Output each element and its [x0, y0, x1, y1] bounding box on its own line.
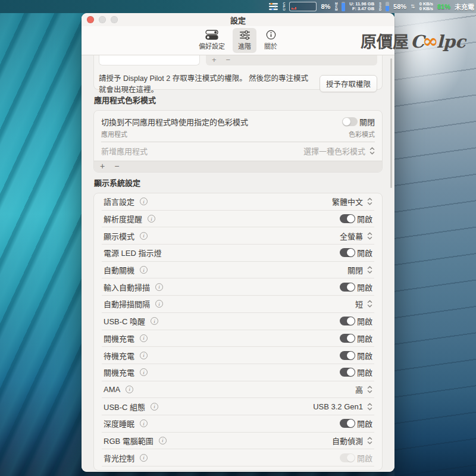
app-color-toggle-label: 切換到不同應用程式時使用指定的色彩模式 [101, 116, 248, 127]
display-pilot-menu-icon[interactable] [269, 3, 278, 10]
setting-label: AMA [104, 385, 120, 394]
toggle-switch[interactable] [340, 214, 355, 223]
setting-dropdown[interactable]: 自動偵測 [332, 435, 372, 446]
settings-row: 自動關機i關閉 [102, 262, 374, 279]
info-icon[interactable]: i [140, 232, 148, 240]
setting-label: 解析度提醒 [104, 213, 142, 224]
memory-usage-text: U: 11.96 GBF: 3.47 GB [349, 2, 374, 11]
toggle-switch[interactable] [340, 351, 355, 360]
focus-table-footer: + − [206, 55, 377, 65]
tab-about[interactable]: 關於 [259, 28, 283, 53]
setting-dropdown[interactable]: 高 [355, 384, 372, 395]
column-header-app: 應用程式 [101, 131, 127, 139]
toggle-switch[interactable] [340, 283, 355, 292]
add-app-button[interactable]: + [100, 162, 105, 171]
toggle-switch[interactable] [340, 334, 355, 343]
info-icon[interactable]: i [155, 300, 163, 308]
chevron-up-down-icon [367, 266, 372, 274]
info-icon[interactable]: i [155, 283, 163, 291]
info-icon[interactable]: i [140, 454, 148, 462]
tab-preferences[interactable]: 偏好設定 [193, 28, 230, 53]
grant-access-button[interactable]: 授予存取權限 [320, 75, 377, 92]
window-titlebar[interactable]: 設定 [82, 13, 394, 26]
disk-widget-label: SSD [378, 2, 381, 11]
toggle-switch[interactable] [340, 248, 355, 257]
settings-window: 設定 偏好設定進階關於 + − 請授予 Display Pilot 2 存取專注… [82, 13, 394, 472]
setting-label: 電源 LED 指示燈 [104, 247, 162, 258]
remove-focus-button[interactable]: − [226, 55, 231, 65]
setting-dropdown[interactable]: 關閉 [347, 264, 372, 275]
settings-row: RGB 電腦範圍i自動偵測 [102, 433, 374, 450]
toggle-switch[interactable] [340, 453, 355, 462]
setting-label: 自動掃描間隔 [104, 298, 150, 309]
settings-content: + − 請授予 Display Pilot 2 存取專注模式的權限。 然後您的專… [82, 55, 394, 472]
info-icon[interactable]: i [126, 386, 133, 393]
setting-label: 深度睡眠 [104, 418, 134, 429]
add-app-placeholder[interactable]: 新增應用程式 [101, 145, 148, 156]
app-color-mode-card: 切換到不同應用程式時使用指定的色彩模式 關閉 應用程式 色彩模式 新增應用程式 … [93, 110, 383, 173]
menu-bar: CPU 8% MEM U: 11.96 GBF: 3.47 GB SSD 58%… [0, 0, 476, 13]
info-icon[interactable]: i [140, 198, 148, 205]
toggles-icon [205, 30, 218, 40]
setting-label: 自動關機 [104, 264, 134, 275]
minimize-button [99, 16, 106, 23]
info-icon[interactable]: i [151, 317, 158, 325]
focus-add-input[interactable] [99, 55, 200, 65]
battery-percent: 81% [437, 3, 450, 10]
info-icon[interactable]: i [140, 266, 148, 274]
info-icon[interactable]: i [159, 437, 167, 444]
settings-row: 待機充電i開啟 [102, 347, 374, 364]
watermark-chinese: 原價屋 [361, 29, 409, 52]
close-button[interactable] [87, 16, 94, 23]
watermark-lpc: lpc [437, 32, 466, 52]
setting-dropdown[interactable]: 全螢幕 [340, 230, 372, 242]
focus-permission-card: + − 請授予 Display Pilot 2 存取專注模式的權限。 然後您的專… [93, 55, 383, 90]
toggle-switch[interactable] [340, 317, 355, 325]
cpu-history-graph [289, 2, 317, 11]
setting-dropdown[interactable]: 繁體中文 [332, 196, 372, 207]
toggle-state: 開啟 [357, 281, 372, 293]
info-icon[interactable]: i [140, 352, 148, 359]
settings-row: 開機充電i開啟 [102, 330, 374, 347]
setting-dropdown[interactable]: 短 [355, 298, 372, 309]
info-icon[interactable]: i [148, 215, 155, 223]
chevron-up-down-icon [367, 232, 372, 240]
setting-dropdown[interactable]: USB 3.2 Gen1 [313, 402, 372, 411]
add-focus-button[interactable]: + [212, 55, 217, 65]
toggle-switch[interactable] [340, 368, 355, 377]
color-mode-placeholder: 選擇一種色彩模式 [303, 145, 365, 156]
focus-caption-row: 請授予 Display Pilot 2 存取專注模式的權限。 然後您的專注模式就… [99, 72, 377, 95]
settings-row: 輸入自動掃描i開啟 [102, 278, 374, 296]
toggle-state: 開啟 [357, 350, 372, 361]
setting-label: RGB 電腦範圍 [104, 435, 154, 446]
settings-row: 深度睡眠i開啟 [102, 415, 374, 433]
zoom-button [111, 16, 118, 23]
info-icon[interactable]: i [140, 334, 148, 342]
setting-label: 關機充電 [104, 367, 134, 378]
settings-row: 自動掃描間隔i短 [102, 296, 374, 313]
toggle-switch[interactable] [340, 419, 355, 428]
toggle-state: 開啟 [357, 367, 372, 378]
dropdown-value: USB 3.2 Gen1 [313, 402, 363, 411]
toggle-state: 開啟 [357, 247, 372, 258]
app-color-mode-toggle[interactable] [342, 117, 358, 126]
info-icon[interactable]: i [140, 419, 148, 427]
info-icon[interactable]: i [151, 403, 158, 411]
settings-row: 解析度提醒i開啟 [102, 211, 374, 228]
setting-label: 待機充電 [104, 350, 134, 361]
toggle-state: 開啟 [357, 315, 372, 327]
scrollbar[interactable] [390, 58, 392, 188]
display-settings-heading: 顯示系統設定 [94, 178, 382, 189]
settings-row: 背光控制i開啟 [102, 449, 374, 466]
battery-status: 未充電 [455, 2, 474, 11]
column-header-mode: 色彩模式 [349, 131, 375, 139]
color-mode-dropdown[interactable]: 選擇一種色彩模式 [303, 145, 375, 156]
app-color-add-row: 新增應用程式 選擇一種色彩模式 [94, 142, 382, 161]
dropdown-value: 自動偵測 [332, 435, 363, 446]
info-icon[interactable]: i [140, 368, 148, 376]
chevron-up-down-icon [367, 300, 372, 308]
info-icon [266, 30, 276, 40]
remove-app-button[interactable]: − [114, 162, 119, 171]
setting-label: USB-C 組態 [104, 401, 145, 412]
tab-advanced[interactable]: 進階 [233, 28, 256, 53]
